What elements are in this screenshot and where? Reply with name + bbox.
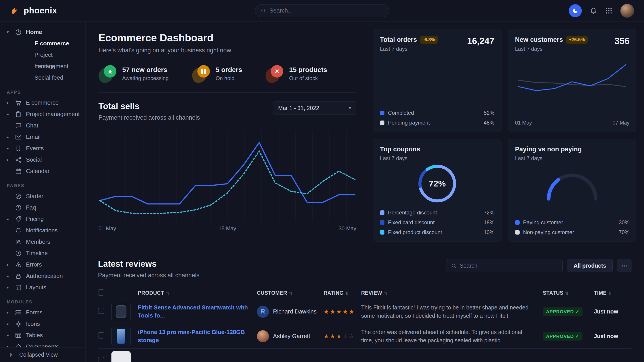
sidebar-item-project-management[interactable]: Project management <box>7 49 81 61</box>
sidebar-item-home[interactable]: ▾ Home <box>7 26 81 38</box>
stat-title: 5 orders <box>216 66 242 73</box>
topbar-actions <box>569 4 634 18</box>
sidebar-item-email[interactable]: ▸ Email <box>7 131 81 143</box>
users-icon <box>15 238 22 246</box>
sort-icon: ⇅ <box>289 291 292 296</box>
paying-gauge-chart <box>542 168 602 203</box>
card-title: Total orders <box>380 36 417 43</box>
sidebar-item-icons[interactable]: ▸ Icons <box>7 318 81 330</box>
sidebar-item-e-commerce[interactable]: ▸ E commerce <box>7 97 81 108</box>
reviews-controls: All products ⋯ <box>446 259 632 272</box>
sidebar-item-timeline[interactable]: Timeline <box>7 248 81 259</box>
sidebar-item-components[interactable]: ▸ Components <box>7 341 81 347</box>
sidebar-item-e-commerce[interactable]: E commerce <box>7 38 81 49</box>
brand-logo[interactable]: phoenix <box>10 5 57 16</box>
table-header-row: PRODUCT⇅CUSTOMER⇅RATING⇅REVIEW⇅STATUS⇅TI… <box>98 287 632 299</box>
collapse-icon <box>9 352 15 358</box>
search-icon <box>451 263 456 269</box>
row-checkbox[interactable] <box>98 308 104 314</box>
stat-caption: Awating processing <box>122 75 169 81</box>
star-icon: ★ <box>342 308 349 315</box>
collapsed-view-button[interactable]: Collapsed View <box>0 347 85 362</box>
user-avatar[interactable] <box>620 4 634 18</box>
column-header-product[interactable]: PRODUCT⇅ <box>138 290 257 296</box>
global-search-input[interactable] <box>270 7 384 14</box>
row-checkbox[interactable] <box>98 332 104 339</box>
product-link[interactable]: Fitbit Sense Advanced Smartwatch with To… <box>138 304 248 319</box>
chevron-right-icon: ▸ <box>7 100 15 105</box>
kpi-cards: Total orders-6.8% Last 7 days 16,247 Com… <box>365 21 644 249</box>
product-image <box>112 327 131 346</box>
sidebar-item-events[interactable]: ▸ Events <box>7 143 81 154</box>
column-header-rating[interactable]: RATING⇅ <box>324 290 361 296</box>
sidebar-item-errors[interactable]: ▸ Errors <box>7 259 81 270</box>
more-options-button[interactable]: ⋯ <box>617 259 632 272</box>
sidebar-item-project-management[interactable]: ▸ Project management <box>7 108 81 120</box>
lock-icon <box>15 273 22 280</box>
legend-label: Pending payment <box>388 120 430 126</box>
sidebar-item-notifications[interactable]: Notifications <box>7 225 81 236</box>
sidebar-item-calendar[interactable]: Calendar <box>7 165 81 177</box>
legend-label: Fixed card discount <box>388 219 434 226</box>
customer-name: Richard Dawkins <box>273 308 317 315</box>
row-checkbox[interactable] <box>98 357 104 362</box>
sparkle-icon <box>15 321 22 328</box>
legend-value: 10% <box>484 229 494 235</box>
mail-icon <box>15 133 22 141</box>
sidebar-item-tables[interactable]: ▸ Tables <box>7 330 81 341</box>
column-header-review[interactable]: REVIEW⇅ <box>361 290 543 296</box>
total-sells-chart <box>98 129 356 223</box>
column-header-status[interactable]: STATUS⇅ <box>543 290 594 296</box>
reviews-search[interactable] <box>446 259 562 272</box>
legend-swatch <box>380 120 384 125</box>
star-icon: ★ <box>330 333 336 340</box>
sidebar-item-layouts[interactable]: ▸ Layouts <box>7 282 81 293</box>
bookmark-icon <box>15 145 22 152</box>
card-period: Last 7 days <box>515 155 582 161</box>
reviews-search-input[interactable] <box>460 263 558 269</box>
sidebar-section-label: PAGES <box>7 183 81 188</box>
sidebar-item-forms[interactable]: ▸ Forms <box>7 307 81 318</box>
legend-item: Completed 52% <box>380 110 494 116</box>
sidebar-item-pricing[interactable]: ▸ Pricing <box>7 213 81 225</box>
star-icon: ★ <box>349 308 355 315</box>
select-all-checkbox[interactable] <box>98 289 104 296</box>
sidebar-item-chat[interactable]: Chat <box>7 120 81 131</box>
topbar: phoenix <box>0 0 644 21</box>
question-icon <box>15 204 22 211</box>
column-header-time[interactable]: TIME⇅ <box>594 290 628 296</box>
chevron-right-icon: ▸ <box>7 146 15 151</box>
legend-swatch <box>380 220 384 225</box>
paying-card: Paying vs non paying Last 7 days Paying … <box>508 139 636 242</box>
sidebar-item-starter[interactable]: Starter <box>7 191 81 202</box>
sidebar-item-social[interactable]: ▸ Social <box>7 154 81 165</box>
delta-badge: -6.8% <box>420 36 438 44</box>
sidebar-item-members[interactable]: Members <box>7 236 81 248</box>
customer-name: Ashley Garrett <box>273 333 310 340</box>
sidebar-item-faq[interactable]: Faq <box>7 202 81 213</box>
theme-toggle-button[interactable] <box>569 4 582 17</box>
sidebar-item-social-feed[interactable]: Social feed <box>7 72 81 83</box>
date-range-select[interactable]: Mar 1 - 31, 2022 ▾ <box>273 101 356 114</box>
notifications-button[interactable] <box>590 7 598 15</box>
total-sells-title: Total sells <box>98 101 200 111</box>
legend-value: 48% <box>484 120 494 126</box>
new-customers-chart <box>516 58 628 107</box>
card-title: Paying vs non paying <box>515 146 582 153</box>
stat-caption: On hold <box>216 75 242 81</box>
page-title: Ecommerce Dashboard <box>98 32 356 44</box>
apps-grid-button[interactable] <box>605 7 613 14</box>
phoenix-logo-icon <box>10 5 20 16</box>
rating-stars: ★★★★★ <box>324 308 361 315</box>
sidebar-item-authentication[interactable]: ▸ Authentication <box>7 270 81 282</box>
legend-value: 18% <box>484 219 494 226</box>
global-search[interactable] <box>255 4 389 17</box>
legend-label: Non-paying customer <box>523 229 574 235</box>
new-customers-card: New customers+26.5% Last 7 days 356 01 M… <box>508 29 636 132</box>
product-link[interactable]: iPhone 13 pro max-Pacific Blue-128GB sto… <box>138 329 245 343</box>
stat-5-orders: 5 orders On hold <box>192 65 242 82</box>
review-time: Just now <box>594 333 628 340</box>
sidebar-item-landing[interactable]: Landing <box>7 61 81 72</box>
all-products-button[interactable]: All products <box>567 259 613 272</box>
column-header-customer[interactable]: CUSTOMER⇅ <box>257 290 324 296</box>
